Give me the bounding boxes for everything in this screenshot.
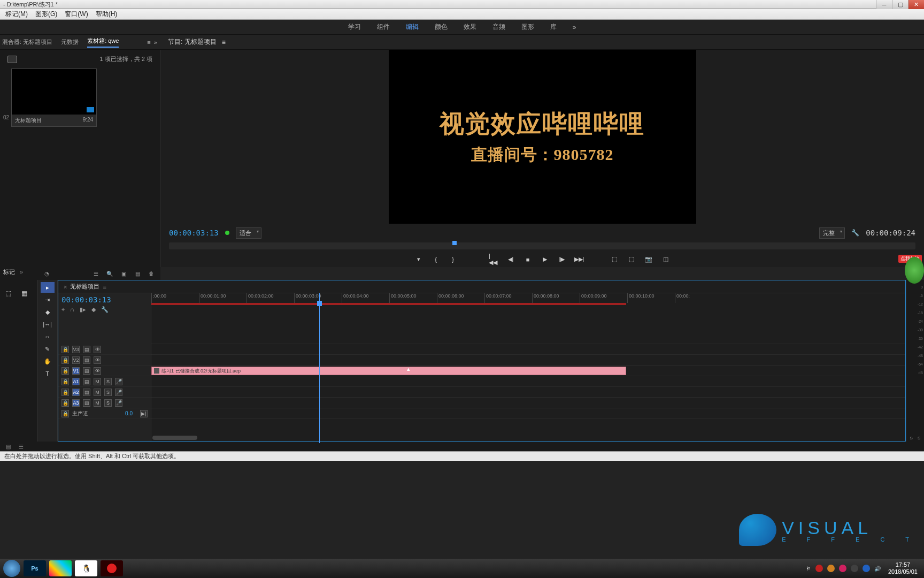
extract-button[interactable]: ⬚	[627, 255, 636, 264]
toggle-output-icon[interactable]: 👁	[94, 367, 101, 375]
tray-icon[interactable]	[827, 565, 835, 572]
solo-right[interactable]: S	[918, 436, 920, 440]
lock-icon[interactable]: 🔒	[61, 410, 69, 417]
lift-button[interactable]: ⬚	[610, 255, 619, 264]
ws-tab-audio[interactable]: 音频	[492, 22, 505, 32]
settings-wrench-icon[interactable]: 🔧	[101, 306, 109, 313]
playhead-line[interactable]	[319, 315, 320, 441]
go-to-in-button[interactable]: |◀◀	[489, 255, 498, 264]
ws-tab-editing[interactable]: 编辑	[406, 22, 419, 32]
ws-tab-graphics[interactable]: 图形	[521, 22, 534, 32]
sync-lock-icon[interactable]: ▤	[83, 346, 90, 353]
slip-tool[interactable]: ↔	[41, 331, 55, 342]
go-to-next-icon[interactable]: ▶|	[140, 410, 148, 417]
taskbar-recorder[interactable]	[101, 560, 123, 576]
track-target[interactable]: V2	[72, 356, 80, 364]
close-button[interactable]: ✕	[908, 0, 924, 9]
menu-graphics[interactable]: 图形(G)	[35, 10, 57, 19]
pen-tool[interactable]: ✎	[41, 344, 55, 354]
list-view-icon[interactable]: ☰	[92, 270, 99, 277]
panel-menu-icon[interactable]: ≡ »	[147, 39, 157, 45]
go-to-out-button[interactable]: ▶▶|	[574, 255, 584, 264]
tray-icon[interactable]	[863, 565, 870, 572]
tab-markers[interactable]: 标记	[3, 269, 15, 275]
mark-out-button[interactable]: }	[448, 255, 458, 264]
step-back-button[interactable]: ◀|	[506, 255, 515, 264]
voiceover-icon[interactable]: 🎤	[115, 399, 122, 407]
zoom-fit-dropdown[interactable]: 适合	[236, 227, 261, 239]
mute-button[interactable]: M	[94, 389, 101, 396]
track-target[interactable]: V1	[72, 367, 80, 375]
taskbar-app-colorful[interactable]	[49, 560, 72, 576]
ripple-edit-tool[interactable]: ◆	[41, 307, 55, 317]
menu-help[interactable]: 帮助(H)	[96, 10, 118, 19]
lock-icon[interactable]: 🔒	[61, 346, 69, 353]
assembly-icon[interactable]: ⬚	[2, 287, 14, 299]
track-select-tool[interactable]: ⇥	[41, 294, 55, 305]
track-target[interactable]: A1	[72, 378, 80, 385]
new-bin-icon[interactable]: ▣	[120, 270, 127, 277]
tray-icon[interactable]	[815, 565, 823, 572]
program-scrubber[interactable]	[169, 242, 915, 249]
quality-dropdown[interactable]: 完整	[819, 227, 845, 239]
ws-tab-learn[interactable]: 学习	[348, 22, 361, 32]
bin-icon[interactable]	[7, 56, 17, 63]
start-button[interactable]	[3, 560, 20, 577]
snap-icon[interactable]: ⌖	[61, 306, 65, 313]
toggle-output-icon[interactable]: 👁	[94, 356, 101, 364]
new-item-icon[interactable]: ▤	[4, 443, 12, 450]
track-a1[interactable]	[151, 376, 905, 387]
sync-lock-icon[interactable]: ▤	[83, 356, 90, 364]
calendar-icon[interactable]: ▦	[18, 287, 30, 299]
track-header-master[interactable]: 🔒 主声道 0.0 ▶|	[58, 408, 151, 419]
track-a3[interactable]	[151, 398, 905, 408]
tray-icon[interactable]	[851, 565, 858, 572]
lock-icon[interactable]: 🔒	[61, 399, 69, 407]
tray-icon[interactable]	[839, 565, 846, 572]
taskbar-photoshop[interactable]: Ps	[24, 560, 46, 576]
master-value[interactable]: 0.0	[125, 410, 133, 416]
timeline-menu-icon[interactable]: ≡	[103, 284, 106, 290]
tab-program-monitor[interactable]: 节目: 无标题项目	[168, 37, 217, 47]
track-target[interactable]: V3	[72, 346, 80, 353]
track-master[interactable]	[151, 408, 905, 419]
ws-tab-assembly[interactable]: 组件	[377, 22, 390, 32]
solo-button[interactable]: S	[104, 399, 112, 407]
filter-icon[interactable]: ◔	[43, 270, 50, 277]
timeline-close-icon[interactable]: ×	[64, 284, 67, 290]
track-header-a3[interactable]: 🔒 A3 ▤ M S 🎤	[58, 398, 151, 408]
toggle-output-icon[interactable]: 👁	[94, 346, 101, 353]
ws-overflow-icon[interactable]: »	[573, 24, 576, 31]
sync-lock-icon[interactable]: ▤	[83, 367, 90, 375]
linked-selection-icon[interactable]: ∩	[70, 306, 74, 313]
mute-button[interactable]: M	[94, 378, 101, 385]
track-header-v2[interactable]: 🔒 V2 ▤ 👁	[58, 355, 151, 366]
step-fwd-button[interactable]: |▶	[557, 255, 567, 264]
panel-overflow-icon[interactable]: »	[20, 269, 23, 275]
new-item-icon[interactable]: ▤	[134, 270, 141, 277]
taskbar-qq[interactable]: 🐧	[75, 560, 97, 576]
lock-icon[interactable]: 🔒	[61, 367, 69, 375]
mark-in-button[interactable]: {	[431, 255, 441, 264]
system-tray[interactable]: 🏳 🔊 17:57 2018/05/01	[806, 561, 921, 575]
solo-left[interactable]: S	[910, 436, 913, 440]
tray-flag-icon[interactable]: 🏳	[806, 566, 811, 572]
accelerate-badge-icon[interactable]	[905, 257, 924, 284]
lock-icon[interactable]: 🔒	[61, 389, 69, 396]
tab-audio-mixer[interactable]: 混合器: 无标题项目	[2, 38, 52, 46]
maximize-button[interactable]: ▢	[892, 0, 908, 9]
list-icon[interactable]: ☰	[17, 443, 25, 450]
add-marker-icon[interactable]: ▮▸	[80, 306, 86, 313]
timeline-timecode[interactable]: 00:00:03:13	[61, 295, 148, 304]
voiceover-icon[interactable]: 🎤	[115, 389, 122, 396]
bin-item[interactable]: 无标题项目 9:24	[11, 69, 97, 127]
track-v1[interactable]: 练习1 已链接合成 02/无标题项目.aep	[151, 366, 905, 376]
panel-menu-icon[interactable]: ≡	[222, 39, 226, 46]
ws-tab-color[interactable]: 颜色	[435, 22, 448, 32]
menu-window[interactable]: 窗口(W)	[65, 10, 88, 19]
sync-lock-icon[interactable]: ▤	[83, 399, 90, 407]
timeline-seq-name[interactable]: 无标题项目	[70, 283, 99, 291]
razor-tool[interactable]: |↔|	[41, 319, 55, 330]
settings-icon[interactable]: 🔧	[851, 229, 859, 237]
type-tool[interactable]: T	[41, 368, 55, 379]
